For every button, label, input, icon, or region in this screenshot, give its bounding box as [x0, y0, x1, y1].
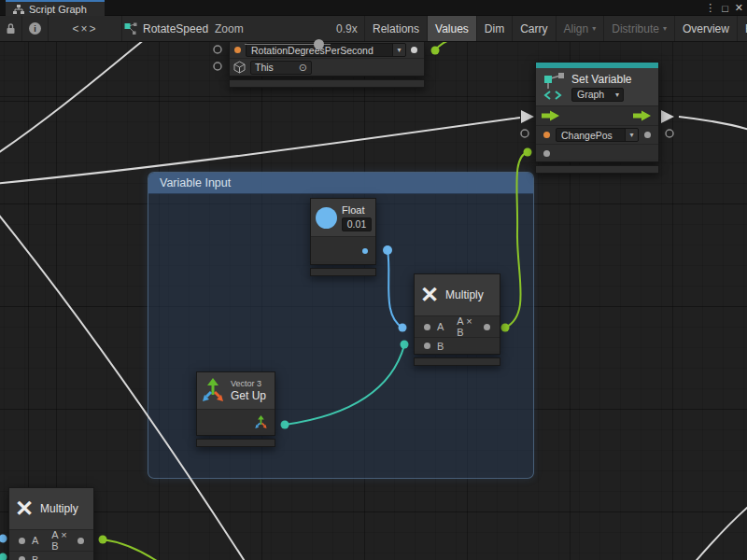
target-field[interactable]: This ⊙: [250, 61, 312, 75]
scope-value: Graph: [572, 89, 615, 101]
maximize-icon[interactable]: □: [722, 3, 728, 14]
value-input-port[interactable]: [543, 150, 550, 157]
port-label-a: A: [437, 321, 444, 332]
align-button[interactable]: Align ▾: [556, 16, 604, 41]
float-type-icon: [316, 207, 337, 229]
port-label-output: A × B: [457, 315, 477, 338]
lock-icon: [6, 22, 16, 35]
variable-name-dropdown[interactable]: RotationDegreesPerSecond ▾: [246, 43, 406, 57]
variable-name-dropdown[interactable]: ChangePos ▾: [556, 128, 639, 142]
node-footer: [196, 439, 275, 447]
node-title: Multiply: [445, 288, 484, 301]
vector3-output-port[interactable]: [255, 415, 268, 429]
multiply-icon: ✕: [420, 284, 439, 306]
output-port[interactable]: [362, 248, 368, 254]
info-icon: i: [29, 22, 41, 35]
dropdown-arrow-icon: ▾: [615, 89, 623, 101]
dim-button[interactable]: Dim: [476, 16, 512, 41]
node-footer: [310, 268, 376, 276]
title-bar: Script Graph ⋮ □ ✕: [0, 0, 747, 16]
node-title: Multiply: [40, 502, 78, 515]
node-footer: [535, 165, 659, 174]
set-variable-icon: [543, 73, 566, 101]
graph-node-icon: [124, 22, 137, 35]
tab-title: Script Graph: [29, 4, 87, 15]
code-preview-button[interactable]: <×>: [49, 16, 122, 41]
dropdown-arrow-icon: ▾: [392, 44, 405, 56]
node-multiply[interactable]: ✕ Multiply A A × B B: [414, 273, 500, 366]
output-port[interactable]: [484, 324, 490, 330]
node-footer: [229, 79, 425, 88]
zoom-value: 0.9x: [336, 16, 358, 41]
node-multiply-bottom[interactable]: ✕ Multiply A A × B B: [8, 487, 94, 560]
values-button[interactable]: Values: [427, 16, 476, 41]
vector3-icon: [203, 378, 225, 403]
node-float-literal[interactable]: Float 0.01: [310, 198, 376, 276]
close-icon[interactable]: ✕: [735, 2, 743, 14]
scope-dropdown[interactable]: Graph ▾: [571, 88, 624, 102]
script-graph-window: Variable Input: [0, 0, 747, 560]
port-label-b: B: [437, 341, 444, 352]
cube-icon: [233, 61, 246, 74]
float-value: 0.01: [347, 218, 366, 230]
full-screen-button[interactable]: Full Screen: [737, 16, 747, 41]
flow-input-port[interactable]: [542, 110, 561, 121]
graph-name: RotateSpeed: [143, 22, 208, 35]
tab-script-graph[interactable]: Script Graph: [6, 0, 105, 16]
lock-button[interactable]: [0, 16, 22, 41]
code-icon: <×>: [72, 22, 97, 35]
script-graph-icon: [13, 4, 24, 15]
group-title: Variable Input: [160, 176, 231, 189]
input-port-a[interactable]: [19, 538, 25, 544]
output-port[interactable]: [78, 538, 84, 544]
info-button[interactable]: i: [22, 16, 49, 41]
value-output-port[interactable]: [644, 132, 651, 138]
target-value: This: [255, 62, 274, 73]
float-value-field[interactable]: 0.01: [342, 217, 372, 231]
node-get-variable[interactable]: RotationDegreesPerSecond ▾ This ⊙: [229, 42, 425, 88]
object-picker-icon[interactable]: ⊙: [299, 62, 307, 74]
graph-breadcrumb[interactable]: RotateSpeed: [124, 16, 208, 41]
flow-output-port[interactable]: [633, 110, 653, 121]
zoom-slider-handle[interactable]: [314, 39, 324, 49]
port-label-output: A × B: [51, 529, 71, 552]
relations-button[interactable]: Relations: [364, 16, 427, 41]
overview-button[interactable]: Overview: [674, 16, 737, 41]
toolbar: i <×> RotateSpeed Zoom 0.9x Relations Va…: [0, 16, 747, 42]
node-title: Float: [342, 204, 372, 216]
node-type-label: Vector 3: [231, 379, 266, 388]
variable-name-value: ChangePos: [557, 129, 625, 141]
variable-port-icon[interactable]: [234, 47, 241, 53]
multiply-icon: ✕: [15, 497, 34, 520]
distribute-button[interactable]: Distribute ▾: [603, 16, 674, 41]
port-label-b: B: [32, 554, 38, 560]
node-get-up[interactable]: Vector 3 Get Up: [196, 371, 275, 447]
node-title: Set Variable: [571, 73, 631, 86]
group-header[interactable]: Variable Input: [148, 173, 533, 194]
zoom-label: Zoom: [215, 16, 244, 41]
variable-port-icon[interactable]: [543, 132, 550, 138]
carry-button[interactable]: Carry: [512, 16, 555, 41]
input-port-a[interactable]: [424, 324, 430, 330]
dropdown-arrow-icon: ▾: [592, 24, 596, 33]
dropdown-arrow-icon: ▾: [663, 24, 667, 33]
dropdown-arrow-icon: ▾: [625, 129, 638, 141]
window-menu-icon[interactable]: ⋮: [705, 2, 715, 14]
input-port-b[interactable]: [19, 556, 25, 560]
node-set-variable[interactable]: Set Variable Graph ▾: [535, 62, 659, 174]
port-label-a: A: [32, 535, 38, 546]
node-footer: [414, 357, 500, 366]
value-output-port[interactable]: [411, 47, 417, 53]
node-title: Get Up: [231, 389, 266, 402]
input-port-b[interactable]: [424, 343, 430, 349]
